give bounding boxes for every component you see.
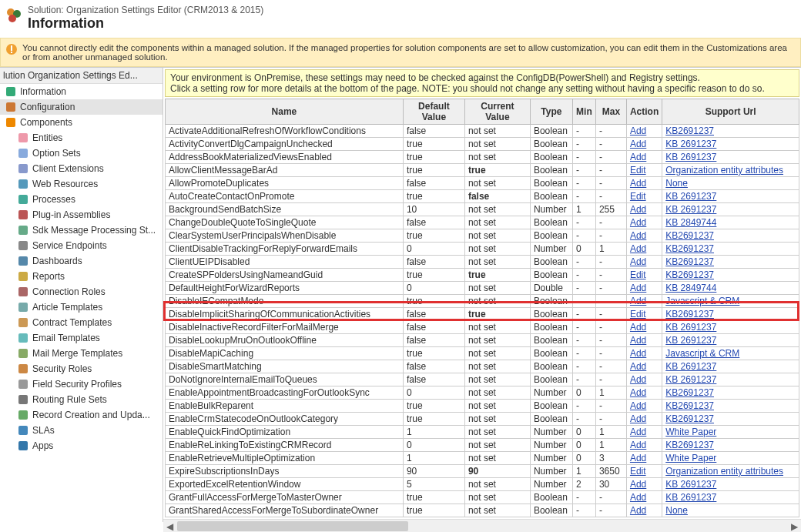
support-url-link[interactable]: White Paper (665, 427, 716, 437)
sidebar-item-email-templates[interactable]: Email Templates (0, 330, 163, 346)
cell-url[interactable]: KB 2691237 (662, 478, 799, 491)
sidebar-item-service-endpoints[interactable]: Service Endpoints (0, 238, 163, 253)
sidebar-item-slas[interactable]: SLAs (0, 423, 163, 438)
cell-action[interactable]: Add (626, 138, 662, 151)
table-row[interactable]: AllowPromoteDuplicatesfalsenot setBoolea… (166, 177, 799, 190)
support-url-link[interactable]: KB 2849744 (665, 217, 716, 228)
cell-action[interactable]: Add (626, 504, 662, 517)
action-link[interactable]: Add (630, 283, 646, 293)
table-row[interactable]: DisableLookupMruOnOutlookOfflinefalsenot… (166, 334, 799, 347)
table-row[interactable]: DisableIECompatModetruenot setBoolean--A… (166, 295, 799, 308)
cell-url[interactable]: KB2691237 (662, 439, 799, 452)
action-link[interactable]: Edit (630, 269, 646, 280)
sidebar-item-mail-merge-templates[interactable]: Mail Merge Templates (0, 346, 163, 361)
support-url-link[interactable]: White Paper (665, 453, 716, 463)
cell-url[interactable]: KB2691237 (662, 413, 799, 426)
cell-action[interactable]: Edit (626, 308, 662, 321)
action-link[interactable]: Edit (630, 191, 646, 202)
table-row[interactable]: EnableBulkReparenttruenot setBoolean--Ad… (166, 400, 799, 413)
support-url-link[interactable]: KB2691237 (665, 243, 714, 254)
cell-action[interactable]: Edit (626, 164, 662, 177)
table-row[interactable]: DisableMapiCachingtruenot setBoolean--Ad… (166, 347, 799, 360)
cell-url[interactable]: KB 2849744 (662, 216, 799, 229)
action-link[interactable]: Add (630, 348, 646, 359)
table-row[interactable]: DefaultHeightForWizardReports0not setDou… (166, 282, 799, 295)
cell-url[interactable]: KB 2691237 (662, 491, 799, 504)
action-link[interactable]: Add (630, 217, 646, 228)
sidebar-item-article-templates[interactable]: Article Templates (0, 299, 163, 315)
cell-action[interactable]: Add (626, 334, 662, 347)
support-url-link[interactable]: KB 2691237 (665, 374, 716, 385)
table-row[interactable]: DisableInactiveRecordFilterForMailMergef… (166, 321, 799, 334)
cell-url[interactable]: None (662, 504, 799, 517)
horizontal-scrollbar[interactable]: ◀ ▶ (163, 519, 801, 532)
cell-action[interactable]: Add (626, 151, 662, 164)
table-row[interactable]: EnableAppointmentBroadcastingForOutlookS… (166, 386, 799, 400)
support-url-link[interactable]: KB 2691237 (665, 204, 716, 215)
table-row[interactable]: AddressBookMaterializedViewsEnabledtruen… (166, 151, 799, 164)
cell-action[interactable]: Add (626, 400, 662, 413)
table-row[interactable]: DisableSmartMatchingfalsenot setBoolean-… (166, 360, 799, 373)
action-link[interactable]: Add (630, 427, 646, 437)
table-row[interactable]: CreateSPFoldersUsingNameandGuidtruetrueB… (166, 269, 799, 282)
support-url-link[interactable]: KB2691237 (665, 440, 714, 450)
cell-url[interactable]: KB2691237 (662, 400, 799, 413)
action-link[interactable]: Add (630, 152, 646, 162)
cell-url[interactable]: Organization entity attributes (662, 465, 799, 478)
cell-url[interactable]: KB 2849744 (662, 282, 799, 295)
cell-action[interactable]: Edit (626, 190, 662, 203)
table-row[interactable]: DisableImplicitSharingOfCommunicationAct… (166, 308, 799, 321)
col-max[interactable]: Max (595, 99, 626, 125)
support-url-link[interactable]: KB2691237 (665, 256, 714, 267)
sidebar-item-components[interactable]: Components (0, 115, 163, 130)
support-url-link[interactable]: KB2691237 (665, 400, 714, 411)
col-min[interactable]: Min (572, 99, 595, 125)
support-url-link[interactable]: KB2691237 (665, 387, 714, 398)
col-default-value[interactable]: Default Value (403, 99, 464, 125)
cell-action[interactable]: Add (626, 386, 662, 400)
support-url-link[interactable]: KB 2691237 (665, 335, 716, 346)
support-url-link[interactable]: KB2691237 (665, 413, 714, 424)
action-link[interactable]: Add (630, 361, 646, 372)
cell-action[interactable]: Add (626, 282, 662, 295)
support-url-link[interactable]: KB2691237 (665, 269, 714, 280)
cell-action[interactable]: Add (626, 413, 662, 426)
table-row[interactable]: ClearSystemUserPrincipalsWhenDisabletrue… (166, 229, 799, 243)
cell-url[interactable]: KB2691237 (662, 125, 799, 138)
support-url-link[interactable]: None (665, 178, 688, 189)
action-link[interactable]: Add (630, 125, 646, 136)
support-url-link[interactable]: KB2691237 (665, 230, 714, 241)
action-link[interactable]: Add (630, 492, 646, 503)
cell-url[interactable]: KB 2691237 (662, 151, 799, 164)
cell-url[interactable]: KB 2691237 (662, 321, 799, 334)
action-link[interactable]: Add (630, 387, 646, 398)
table-row[interactable]: ActivityConvertDlgCampaignUncheckedtruen… (166, 138, 799, 151)
sidebar-item-record-creation-and-upda-[interactable]: Record Creation and Upda... (0, 407, 163, 423)
col-current-value[interactable]: Current Value (464, 99, 530, 125)
cell-url[interactable]: Javascript & CRM (662, 347, 799, 360)
cell-action[interactable]: Add (626, 229, 662, 243)
scroll-thumb[interactable] (177, 521, 408, 531)
sidebar-item-option-sets[interactable]: Option Sets (0, 146, 163, 161)
sidebar-item-apps[interactable]: Apps (0, 438, 163, 453)
support-url-link[interactable]: Organization entity attributes (665, 466, 783, 477)
support-url-link[interactable]: KB 2691237 (665, 479, 716, 490)
action-link[interactable]: Add (630, 243, 646, 254)
action-link[interactable]: Add (630, 440, 646, 450)
cell-action[interactable]: Add (626, 177, 662, 190)
action-link[interactable]: Edit (630, 165, 646, 176)
action-link[interactable]: Add (630, 400, 646, 411)
cell-action[interactable]: Add (626, 360, 662, 373)
action-link[interactable]: Add (630, 139, 646, 149)
table-row[interactable]: GrantSharedAccessForMergeToSubordinateOw… (166, 504, 799, 517)
table-row[interactable]: ChangeDoubleQuoteToSingleQuotefalsenot s… (166, 216, 799, 229)
cell-url[interactable]: KB 2691237 (662, 334, 799, 347)
table-row[interactable]: EnableRetrieveMultipleOptimization1not s… (166, 452, 799, 465)
support-url-link[interactable]: KB 2691237 (665, 361, 716, 372)
action-link[interactable]: Add (630, 505, 646, 516)
action-link[interactable]: Add (630, 230, 646, 241)
table-row[interactable]: AllowClientMessageBarAdtruetrueBoolean--… (166, 164, 799, 177)
scroll-left-arrow[interactable]: ◀ (163, 520, 176, 532)
cell-url[interactable]: KB2691237 (662, 256, 799, 269)
support-url-link[interactable]: None (665, 505, 688, 516)
